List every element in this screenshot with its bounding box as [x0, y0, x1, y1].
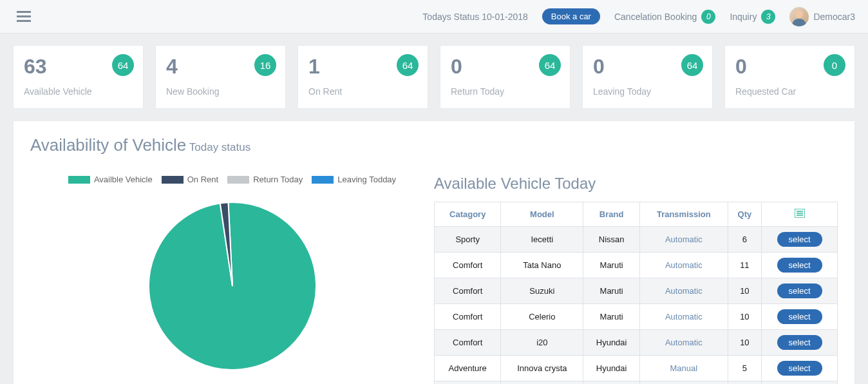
table-header[interactable]: Brand	[583, 202, 640, 227]
cell-brand: Renault	[583, 381, 640, 385]
cell-model: Duster	[501, 381, 583, 385]
stat-badge: 16	[254, 54, 276, 76]
legend-swatch	[312, 176, 334, 184]
cell-category: Comfort	[435, 330, 501, 356]
legend-item[interactable]: Leaving Todday	[312, 175, 396, 184]
stat-label: Return Today	[451, 86, 560, 97]
cell-action: select	[762, 278, 838, 304]
select-button[interactable]: select	[777, 283, 822, 298]
svg-rect-2	[17, 20, 31, 22]
select-button[interactable]: select	[777, 335, 822, 350]
cell-qty: 5	[728, 381, 761, 385]
stat-card[interactable]: 0Leaving Today64	[582, 45, 713, 109]
username: Democar3	[813, 12, 855, 22]
legend-label: Availble Vehicle	[94, 175, 153, 184]
stat-card[interactable]: 0Return Today64	[440, 45, 571, 109]
select-button[interactable]: select	[777, 232, 822, 247]
table-row: AdventureDusterRenaultManual5select	[435, 381, 838, 385]
legend-swatch	[68, 176, 90, 184]
table-header[interactable]: Transmission	[639, 202, 728, 227]
menu-icon[interactable]	[13, 7, 35, 26]
svg-rect-0	[17, 11, 31, 13]
legend-swatch	[162, 176, 184, 184]
cell-category: Adventure	[435, 381, 501, 385]
inquiry-link[interactable]: Inquiry 3	[730, 10, 775, 24]
cell-action: select	[762, 304, 838, 330]
stat-card[interactable]: 4New Booking16	[155, 45, 286, 109]
legend-item[interactable]: Availble Vehicle	[68, 175, 153, 184]
legend-item[interactable]: Return Today	[227, 175, 303, 184]
stat-card[interactable]: 1On Rent64	[297, 45, 428, 109]
topbar: Todays Status 10-01-2018 Book a car Canc…	[0, 0, 868, 34]
legend-item[interactable]: On Rent	[162, 175, 218, 184]
list-icon	[795, 210, 805, 220]
cell-model: Iecetti	[501, 227, 583, 253]
table-row: ComfortSuzukiMarutiAutomatic10select	[435, 278, 838, 304]
user-menu[interactable]: Democar3	[789, 7, 855, 26]
inquiry-count-badge: 3	[761, 10, 775, 24]
stat-card[interactable]: 0Requested Car0	[724, 45, 855, 109]
cell-transmission: Automatic	[639, 253, 728, 278]
cell-brand: Maruti	[583, 253, 640, 278]
stat-label: Available Vehicle	[24, 86, 133, 97]
table-header[interactable]: Model	[501, 202, 583, 227]
cell-brand: Hyundai	[583, 356, 640, 381]
cell-transmission: Automatic	[639, 227, 728, 253]
cell-transmission: Manual	[639, 381, 728, 385]
cell-transmission: Automatic	[639, 278, 728, 304]
cell-action: select	[762, 253, 838, 278]
legend-swatch	[227, 176, 249, 184]
cell-qty: 10	[728, 278, 761, 304]
cancelation-booking-link[interactable]: Cancelation Booking 0	[614, 10, 715, 24]
table-row: ComfortTata NanoMarutiAutomatic11select	[435, 253, 838, 278]
cell-category: Comfort	[435, 253, 501, 278]
cell-qty: 10	[728, 330, 761, 356]
stat-label: On Rent	[308, 86, 417, 97]
cell-action: select	[762, 330, 838, 356]
cancelation-count-badge: 0	[701, 10, 715, 24]
cell-transmission: Manual	[639, 356, 728, 381]
cancelation-label: Cancelation Booking	[614, 12, 697, 22]
transmission-link[interactable]: Automatic	[665, 338, 703, 347]
cell-model: Innova crysta	[501, 356, 583, 381]
table-title: Available Vehicle Today	[434, 175, 838, 193]
status-text: Todays Status 10-01-2018	[422, 12, 527, 22]
transmission-link[interactable]: Automatic	[665, 312, 703, 322]
stat-badge: 64	[112, 54, 134, 76]
table-header[interactable]	[762, 202, 838, 227]
table-header[interactable]: Qty	[728, 202, 761, 227]
transmission-link[interactable]: Automatic	[665, 286, 703, 296]
transmission-link[interactable]: Automatic	[665, 260, 703, 270]
panel-subtitle: Today status	[189, 141, 250, 153]
table-row: SportyIecettiNissanAutomatic6select	[435, 227, 838, 253]
book-car-button[interactable]: Book a car	[542, 8, 600, 24]
table-area: Available Vehicle Today CatagoryModelBra…	[434, 175, 838, 384]
chart-legend: Availble VehicleOn RentReturn TodayLeavi…	[30, 175, 434, 184]
stat-label: Requested Car	[735, 86, 844, 97]
cell-category: Adventure	[435, 356, 501, 381]
cell-action: select	[762, 381, 838, 385]
cell-action: select	[762, 356, 838, 381]
avatar	[789, 7, 809, 26]
pie-chart	[142, 196, 323, 376]
select-button[interactable]: select	[777, 361, 822, 376]
select-button[interactable]: select	[777, 258, 822, 273]
transmission-link[interactable]: Automatic	[665, 235, 703, 244]
stat-card[interactable]: 63Available Vehicle64	[13, 45, 144, 109]
table-header[interactable]: Catagory	[435, 202, 501, 227]
cell-brand: Maruti	[583, 278, 640, 304]
cell-qty: 10	[728, 304, 761, 330]
table-row: Comforti20HyundaiAutomatic10select	[435, 330, 838, 356]
table-row: AdventureInnova crystaHyundaiManual5sele…	[435, 356, 838, 381]
cell-brand: Nissan	[583, 227, 640, 253]
select-button[interactable]: select	[777, 309, 822, 324]
transmission-link[interactable]: Manual	[670, 363, 698, 373]
stat-badge: 64	[397, 54, 419, 76]
table-row: ComfortCelerioMarutiAutomatic10select	[435, 304, 838, 330]
stat-label: Leaving Today	[593, 86, 702, 97]
stat-badge: 64	[539, 54, 561, 76]
cell-model: Suzuki	[501, 278, 583, 304]
inquiry-label: Inquiry	[730, 12, 757, 22]
cell-brand: Hyundai	[583, 330, 640, 356]
stat-badge: 0	[824, 54, 845, 76]
